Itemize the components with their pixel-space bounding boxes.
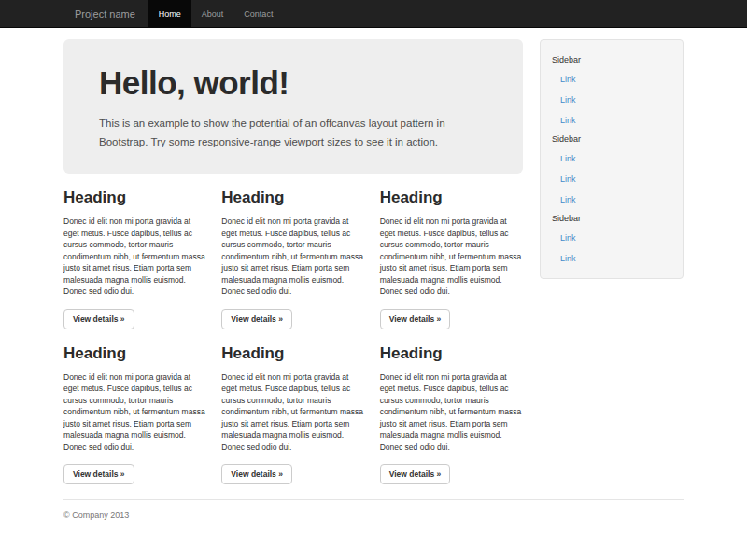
card-body-text: Donec id elit non mi porta gravida at eg…: [221, 216, 364, 298]
sidebar-link[interactable]: Link: [552, 189, 671, 210]
sidebar-group-label: Sidebar: [552, 210, 671, 228]
sidebar-link[interactable]: Link: [552, 169, 671, 189]
card: HeadingDonec id elit non mi porta gravid…: [221, 329, 364, 485]
page-container: Hello, world! This is an example to show…: [63, 28, 684, 520]
sidebar-link[interactable]: Link: [552, 69, 671, 90]
card-heading: Heading: [63, 344, 206, 363]
sidebar-group: SidebarLinkLinkLink: [552, 131, 671, 210]
card-body-text: Donec id elit non mi porta gravida at eg…: [221, 371, 364, 454]
card: HeadingDonec id elit non mi porta gravid…: [63, 174, 206, 329]
sidebar-link[interactable]: Link: [552, 148, 671, 169]
cards-row-2: HeadingDonec id elit non mi porta gravid…: [63, 329, 523, 485]
nav-item-home[interactable]: Home: [148, 0, 191, 28]
card: HeadingDonec id elit non mi porta gravid…: [380, 329, 523, 485]
main-content: Hello, world! This is an example to show…: [63, 28, 523, 484]
view-details-button[interactable]: View details »: [380, 309, 451, 329]
card-body-text: Donec id elit non mi porta gravida at eg…: [63, 216, 206, 298]
navbar-inner: Project name HomeAboutContact: [63, 0, 684, 28]
nav-item-about[interactable]: About: [191, 0, 234, 28]
sidebar-group-label: Sidebar: [552, 131, 671, 148]
sidebar-link[interactable]: Link: [552, 248, 671, 269]
card-heading: Heading: [221, 189, 364, 207]
sidebar-link[interactable]: Link: [552, 228, 671, 248]
cards-row-1: HeadingDonec id elit non mi porta gravid…: [63, 174, 523, 329]
view-details-button[interactable]: View details »: [380, 464, 451, 484]
card-body-text: Donec id elit non mi porta gravida at eg…: [380, 371, 523, 454]
view-details-button[interactable]: View details »: [221, 464, 292, 484]
jumbotron-description: This is an example to show the potential…: [99, 114, 469, 151]
card: HeadingDonec id elit non mi porta gravid…: [221, 174, 364, 329]
jumbotron-title: Hello, world!: [99, 64, 487, 102]
sidebar-group: SidebarLinkLinkLink: [552, 51, 671, 131]
sidebar-link[interactable]: Link: [552, 90, 671, 110]
card-heading: Heading: [380, 344, 523, 363]
card-heading: Heading: [380, 189, 523, 207]
sidebar-link[interactable]: Link: [552, 110, 671, 131]
nav-item-wrapper: Contact: [233, 0, 283, 28]
view-details-button[interactable]: View details »: [63, 464, 134, 484]
view-details-button[interactable]: View details »: [221, 309, 292, 329]
jumbotron: Hello, world! This is an example to show…: [63, 39, 523, 174]
copyright-text: © Company 2013: [63, 511, 684, 520]
footer-divider: [63, 499, 684, 500]
nav-item-wrapper: About: [191, 0, 234, 28]
nav-item-wrapper: Home: [148, 0, 191, 28]
nav-item-contact[interactable]: Contact: [233, 0, 283, 28]
card: HeadingDonec id elit non mi porta gravid…: [63, 329, 206, 485]
card-heading: Heading: [63, 189, 206, 207]
card-body-text: Donec id elit non mi porta gravida at eg…: [380, 216, 523, 298]
sidebar-group: SidebarLinkLink: [552, 210, 671, 269]
navbar-brand[interactable]: Project name: [63, 0, 148, 28]
card: HeadingDonec id elit non mi porta gravid…: [380, 174, 523, 329]
view-details-button[interactable]: View details »: [63, 309, 134, 329]
navbar: Project name HomeAboutContact: [0, 0, 747, 28]
navbar-menu: HomeAboutContact: [148, 0, 284, 28]
content-row: Hello, world! This is an example to show…: [63, 28, 684, 484]
sidebar-group-label: Sidebar: [552, 51, 671, 69]
card-heading: Heading: [221, 344, 364, 363]
sidebar: SidebarLinkLinkLinkSidebarLinkLinkLinkSi…: [540, 39, 684, 279]
footer: © Company 2013: [63, 499, 684, 520]
card-body-text: Donec id elit non mi porta gravida at eg…: [63, 371, 206, 454]
